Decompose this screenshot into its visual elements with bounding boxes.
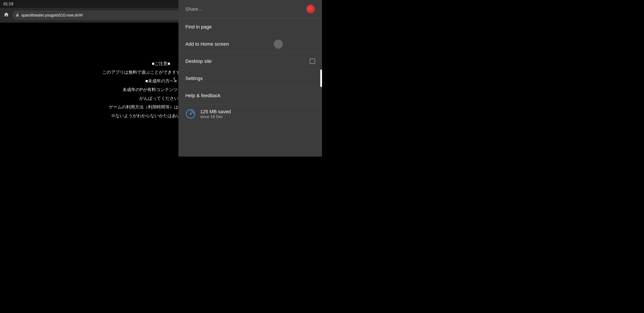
help-feedback-item[interactable]: Help & feedback bbox=[178, 87, 322, 104]
savings-item[interactable]: 125 MB saved since 18 Dec bbox=[178, 104, 322, 123]
status-time: 01:19 bbox=[4, 2, 13, 6]
desktop-site-item[interactable]: Desktop site bbox=[178, 53, 322, 70]
url-text: spamltheater.yougoto510.now.sh/#/ bbox=[21, 13, 83, 17]
find-in-page-item[interactable]: Find in page bbox=[178, 18, 322, 36]
savings-amount: 125 MB saved bbox=[200, 109, 231, 115]
find-in-page-label: Find in page bbox=[185, 24, 212, 30]
share-label: Share... bbox=[185, 6, 202, 12]
scrollbar[interactable] bbox=[320, 69, 322, 87]
desktop-site-checkbox[interactable] bbox=[310, 59, 315, 64]
desktop-site-label: Desktop site bbox=[185, 58, 212, 64]
help-feedback-label: Help & feedback bbox=[185, 93, 220, 98]
add-to-home-label: Add to Home screen bbox=[185, 41, 229, 47]
dropdown-menu: Share... Find in page Add to Home screen… bbox=[178, 0, 322, 156]
ripple-effect bbox=[274, 39, 283, 49]
add-to-home-item[interactable]: Add to Home screen bbox=[178, 36, 322, 53]
settings-label: Settings bbox=[185, 76, 203, 81]
collapse-menu-button[interactable]: ‹ bbox=[172, 73, 176, 83]
settings-item[interactable]: Settings bbox=[178, 70, 322, 87]
home-button[interactable] bbox=[4, 12, 9, 19]
share-avatar bbox=[306, 5, 315, 13]
savings-text: 125 MB saved since 18 Dec bbox=[200, 109, 231, 119]
svg-rect-8 bbox=[16, 14, 18, 16]
lock-icon bbox=[16, 13, 19, 17]
svg-line-11 bbox=[190, 112, 193, 114]
share-menu-item[interactable]: Share... bbox=[178, 0, 322, 18]
savings-icon bbox=[185, 109, 196, 119]
savings-date: since 18 Dec bbox=[200, 115, 231, 119]
